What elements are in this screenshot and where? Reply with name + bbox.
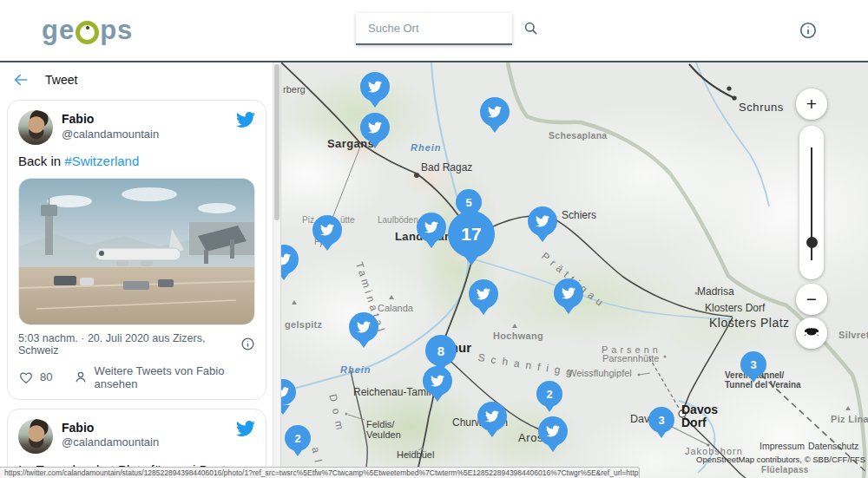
datenschutz-link[interactable]: Datenschutz [808, 441, 858, 451]
map-label-rhein-south: Rhein [340, 364, 372, 375]
tweet-author[interactable]: Fabio [62, 421, 159, 436]
cluster-marker[interactable]: 17 [448, 211, 495, 258]
baselayer-toggle-button[interactable] [796, 318, 827, 349]
like-count: 80 [40, 370, 52, 383]
cluster-marker[interactable]: 2 [285, 425, 311, 451]
map-label-laulboeden: Laulböden [378, 215, 418, 225]
cluster-marker[interactable]: 2 [536, 381, 562, 407]
panel-title: Tweet [45, 73, 77, 87]
map-label-bad-ragaz: Bad Ragaz [421, 161, 472, 174]
tweet-header: Fabio @calandamountain [18, 419, 255, 454]
map-label-tunnel-del-veraina: Tunnel del Veraina [725, 380, 801, 390]
map-label-veulden: Veulden [366, 429, 401, 440]
map-label-silvretta: Silvretta [838, 330, 868, 340]
map-label-rhein-north: Rhein [411, 142, 442, 153]
tweet-text: Back in #Switzerland [18, 153, 255, 170]
tweet-marker[interactable] [469, 279, 498, 309]
map-label-madrisa: Madrisa [697, 285, 734, 298]
tweet-photo[interactable] [18, 178, 255, 325]
geops-logo[interactable]: geps [42, 15, 133, 46]
map-label-fluelapass: Flüelapass [761, 465, 809, 475]
tweet-card[interactable]: Fabio @calandamountain Back in #Switzerl… [7, 100, 266, 400]
zoom-in-label: + [806, 94, 817, 115]
cluster-marker[interactable]: 8 [425, 335, 457, 366]
search-input[interactable] [366, 21, 523, 36]
cluster-marker[interactable]: 3 [740, 351, 766, 377]
map-canvas[interactable]: rberg Sargans Rhein Bad Ragaz Schruns Sc… [281, 62, 868, 478]
zoom-out-button[interactable]: − [796, 284, 827, 315]
tweet-marker[interactable] [480, 97, 510, 127]
map-label-heidbuel: Heidbüel [397, 449, 434, 460]
status-url: https://twitter.com/calandamountain/stat… [4, 468, 640, 477]
zoom-slider-thumb[interactable] [806, 237, 818, 248]
zoom-in-button[interactable]: + [796, 88, 827, 120]
tweet-header: Fabio @calandamountain [18, 110, 255, 145]
map-label-feldis: Feldis/ [366, 419, 394, 429]
map-label-pizolhuette-left: Piz [302, 215, 314, 225]
fly-icon [802, 322, 821, 345]
map-label-schruns: Schruns [739, 101, 784, 114]
map-label-pizolhuette-right: ütte [340, 215, 355, 225]
zoom-out-label: − [806, 289, 817, 310]
map-label-rberg: rberg [283, 84, 306, 95]
map-label-hochwang: Hochwang [493, 331, 543, 341]
header: geps [0, 0, 868, 61]
tweet-marker[interactable] [528, 206, 557, 236]
tweet-marker[interactable] [538, 416, 568, 446]
panel-header: Tweet [0, 62, 280, 97]
search-icon[interactable] [523, 20, 539, 36]
back-arrow-icon[interactable] [12, 71, 30, 88]
header-divider [0, 61, 868, 62]
map-label-calanda: Calanda [378, 303, 413, 313]
twitter-bird-icon[interactable] [236, 419, 255, 438]
map-label-schiers: Schiers [562, 209, 596, 221]
logo-o-icon [76, 21, 99, 44]
twitter-bird-icon[interactable] [236, 110, 255, 129]
tweet-handle[interactable]: @calandamountain [62, 435, 159, 449]
tweet-marker[interactable] [360, 113, 390, 142]
tweet-handle[interactable]: @calandamountain [62, 128, 159, 141]
map-label-schesaplana: Schesaplana [549, 130, 608, 141]
tweet-marker[interactable] [417, 213, 446, 242]
panel-scrollbar[interactable] [273, 62, 280, 478]
map-label-gelspitz: gelspitz [285, 319, 322, 330]
zoom-slider[interactable] [799, 126, 824, 279]
map-label-klosters-platz: Klosters Platz [709, 316, 790, 330]
more-tweets-link[interactable]: Weitere Tweets von Fabio ansehen [95, 364, 255, 390]
tweet-marker[interactable] [312, 215, 342, 245]
scrollbar-thumb[interactable] [274, 64, 279, 220]
tweet-marker[interactable] [554, 278, 583, 308]
tweet-author[interactable]: Fabio [62, 112, 159, 128]
info-icon[interactable] [799, 21, 818, 40]
map-label-piz-linard: Piz Linard [831, 414, 868, 424]
map-label-davos-dorf: Dorf [681, 416, 707, 429]
impressum-link[interactable]: Impressum [760, 441, 805, 451]
search-box[interactable] [356, 13, 512, 45]
user-icon [73, 370, 89, 385]
map-label-davos: Davos [681, 403, 718, 416]
tweet-info-icon[interactable] [240, 337, 255, 351]
tweet-marker[interactable] [477, 402, 507, 431]
tweet-marker[interactable] [349, 312, 378, 342]
cluster-marker[interactable]: 3 [648, 407, 674, 433]
hashtag-link[interactable]: #Switzerland [64, 154, 139, 168]
browser-status-bar: https://twitter.com/calandamountain/stat… [0, 467, 640, 478]
avatar[interactable] [18, 419, 53, 454]
map-label-klosters-dorf: Klosters Dorf [705, 302, 765, 314]
tweet-panel: Tweet Fabio @calandamountain Back in #Sw… [0, 62, 281, 478]
avatar[interactable] [18, 110, 53, 145]
app-window: geps Tweet Fabio @calandamount [0, 0, 868, 478]
tweet-timestamp: 5:03 nachm. · 20. Juli 2020 aus Zizers, … [18, 332, 240, 357]
map-label-parsennhuette: Parsennhütte [602, 353, 659, 363]
map-attribution: OpenStreetMap contributors, © SBB/CFF/FF… [696, 455, 865, 464]
logo-text-left: ge [42, 15, 75, 46]
like-icon[interactable] [18, 370, 34, 385]
tweet-marker[interactable] [360, 72, 390, 101]
logo-text-right: ps [100, 15, 133, 46]
